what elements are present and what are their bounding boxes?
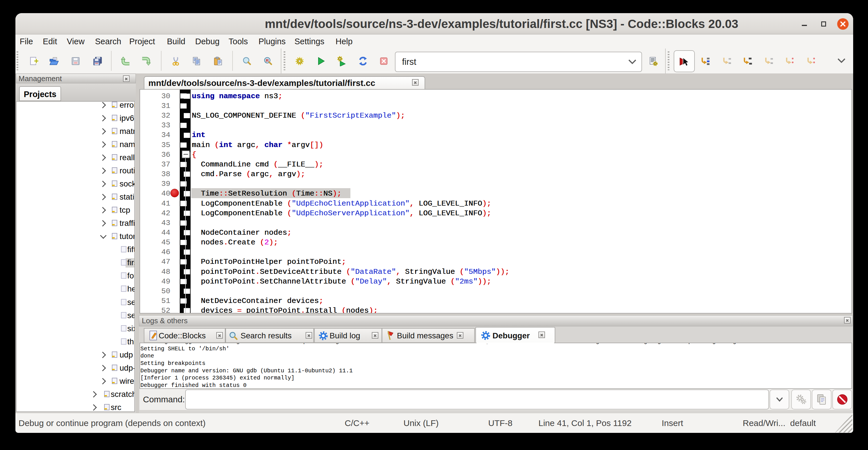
svg-text:R: R — [266, 58, 269, 63]
